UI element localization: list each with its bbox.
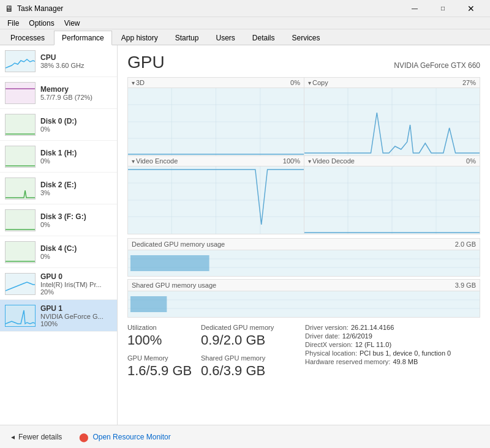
- resource-monitor-icon: ⬤: [79, 432, 89, 442]
- open-resource-monitor-button[interactable]: ⬤ Open Resource Monitor: [75, 430, 174, 444]
- disk1-label: Disk 1 (H:): [40, 149, 112, 157]
- disk0-sublabel: 0%: [40, 125, 112, 133]
- tab-bar: Processes Performance App history Startu…: [0, 29, 490, 45]
- chart-3d: ▾ 3D 0%: [127, 77, 304, 156]
- utilization-value: 100%: [127, 332, 201, 348]
- disk4-info: Disk 4 (C:) 0%: [40, 244, 112, 260]
- shared-gpu-memory-section: Shared GPU memory usage 3.9 GB: [127, 279, 480, 318]
- sidebar-item-disk3[interactable]: Disk 3 (F: G:) 0%: [0, 204, 117, 236]
- close-button[interactable]: ✕: [457, 0, 485, 17]
- memory-info: Memory 5.7/7.9 GB (72%): [40, 85, 112, 101]
- content-area: GPU NVIDIA GeForce GTX 660 ▾ 3D 0%: [118, 45, 490, 425]
- menu-file[interactable]: File: [2, 18, 24, 29]
- app-icon: 🖥: [5, 4, 13, 13]
- disk0-info: Disk 0 (D:) 0%: [40, 117, 112, 133]
- dedicated-memory-title: Dedicated GPU memory usage: [132, 241, 225, 248]
- tab-details[interactable]: Details: [244, 31, 283, 45]
- gpu1-label: GPU 1: [40, 304, 112, 313]
- resource-monitor-label: Open Resource Monitor: [92, 433, 170, 441]
- tab-users[interactable]: Users: [208, 31, 243, 45]
- memory-label: Memory: [40, 85, 112, 94]
- info-directx: DirectX version: 12 (FL 11.0): [305, 341, 480, 348]
- svg-rect-41: [128, 291, 480, 317]
- disk3-label: Disk 3 (F: G:): [40, 212, 112, 221]
- dedicated-memory-bar: [128, 250, 480, 276]
- gpu1-pct: 100%: [40, 320, 112, 327]
- fewer-details-label: Fewer details: [18, 433, 62, 441]
- tab-performance[interactable]: Performance: [54, 31, 112, 45]
- sidebar-item-disk2[interactable]: Disk 2 (E:) 3%: [0, 173, 117, 204]
- shared-memory-header: Shared GPU memory usage 3.9 GB: [128, 280, 480, 291]
- utilization-label: Utilization: [127, 324, 201, 331]
- disk4-graph: [5, 241, 36, 263]
- shared-memory-title: Shared GPU memory usage: [132, 282, 216, 289]
- chart-copy-title: Copy: [312, 79, 328, 86]
- disk4-sublabel: 0%: [40, 253, 112, 260]
- content-header: GPU NVIDIA GeForce GTX 660: [127, 53, 480, 72]
- gpu-model: NVIDIA GeForce GTX 660: [394, 61, 480, 70]
- svg-rect-40: [130, 255, 209, 271]
- chart-copy-body: [304, 88, 480, 155]
- sidebar: CPU 38% 3.60 GHz Memory 5.7/7.9 GB (72%): [0, 45, 118, 425]
- sidebar-item-gpu1[interactable]: GPU 1 NVIDIA GeForce G... 100%: [0, 300, 117, 332]
- chart-ve-title: Video Encode: [136, 157, 178, 165]
- chevron-left-icon: ◂: [11, 433, 15, 441]
- disk1-graph: [5, 146, 36, 168]
- charts-grid: ▾ 3D 0%: [127, 77, 480, 234]
- disk3-graph: [5, 209, 36, 231]
- fewer-details-button[interactable]: ◂ Fewer details: [7, 430, 66, 444]
- minimize-button[interactable]: —: [401, 0, 429, 17]
- gpu0-info: GPU 0 Intel(R) Iris(TM) Pr... 20%: [40, 272, 112, 296]
- disk0-graph: [5, 114, 36, 136]
- chart-copy-header: ▾ Copy 27%: [304, 78, 480, 88]
- disk2-graph: [5, 177, 36, 200]
- gpu0-graph: [5, 273, 36, 295]
- chart-video-encode: ▾ Video Encode 100%: [127, 156, 304, 234]
- tab-services[interactable]: Services: [284, 31, 328, 45]
- stats-area: Utilization 100% GPU Memory 1.6/5.9 GB D…: [127, 324, 480, 379]
- svg-rect-44: [130, 296, 167, 312]
- disk0-label: Disk 0 (D:): [40, 117, 112, 125]
- disk3-sublabel: 0%: [40, 221, 112, 228]
- chart-vd-chevron: ▾: [308, 158, 311, 165]
- chart-ve-pct: 100%: [283, 157, 300, 165]
- disk2-sublabel: 3%: [40, 189, 112, 196]
- sidebar-item-cpu[interactable]: CPU 38% 3.60 GHz: [0, 45, 117, 77]
- chart-vd-pct: 0%: [466, 157, 476, 165]
- gpu-memory-value: 1.6/5.9 GB: [127, 363, 201, 379]
- info-driver-date: Driver date: 12/6/2019: [305, 332, 480, 340]
- info-physical-location: Physical location: PCI bus 1, device 0, …: [305, 349, 480, 357]
- gpu1-sublabel: NVIDIA GeForce G...: [40, 313, 112, 320]
- sidebar-item-disk1[interactable]: Disk 1 (H:) 0%: [0, 141, 117, 173]
- disk1-sublabel: 0%: [40, 157, 112, 165]
- menu-view[interactable]: View: [59, 18, 85, 29]
- dedicated-memory-value: 2.0 GB: [455, 241, 476, 248]
- tab-processes[interactable]: Processes: [2, 31, 53, 45]
- bottom-bar: ◂ Fewer details ⬤ Open Resource Monitor: [0, 425, 490, 448]
- sidebar-item-gpu0[interactable]: GPU 0 Intel(R) Iris(TM) Pr... 20%: [0, 268, 117, 300]
- memory-graph: [5, 82, 36, 104]
- disk4-label: Disk 4 (C:): [40, 244, 112, 253]
- chart-video-encode-header: ▾ Video Encode 100%: [128, 156, 304, 166]
- chart-vd-title: Video Decode: [312, 157, 355, 165]
- menu-options[interactable]: Options: [24, 18, 59, 29]
- memory-sublabel: 5.7/7.9 GB (72%): [40, 94, 112, 101]
- stats-col2: Dedicated GPU memory 0.9/2.0 GB Shared G…: [201, 324, 305, 379]
- cpu-graph: [5, 50, 36, 72]
- sidebar-item-disk4[interactable]: Disk 4 (C:) 0%: [0, 236, 117, 268]
- disk2-info: Disk 2 (E:) 3%: [40, 181, 112, 196]
- menu-bar: File Options View: [0, 17, 490, 29]
- disk3-info: Disk 3 (F: G:) 0%: [40, 212, 112, 228]
- window-title: Task Manager: [17, 4, 401, 13]
- tab-startup[interactable]: Startup: [167, 31, 207, 45]
- sidebar-item-memory[interactable]: Memory 5.7/7.9 GB (72%): [0, 77, 117, 109]
- shared-label: Shared GPU memory: [201, 354, 305, 362]
- stats-col1: Utilization 100% GPU Memory 1.6/5.9 GB: [127, 324, 201, 379]
- dedicated-memory-header: Dedicated GPU memory usage 2.0 GB: [128, 239, 480, 250]
- cpu-info: CPU 38% 3.60 GHz: [40, 53, 112, 69]
- title-bar: 🖥 Task Manager — □ ✕: [0, 0, 490, 17]
- sidebar-item-disk0[interactable]: Disk 0 (D:) 0%: [0, 109, 117, 141]
- gpu0-pct: 20%: [40, 288, 112, 296]
- maximize-button[interactable]: □: [429, 0, 457, 17]
- tab-app-history[interactable]: App history: [113, 31, 166, 45]
